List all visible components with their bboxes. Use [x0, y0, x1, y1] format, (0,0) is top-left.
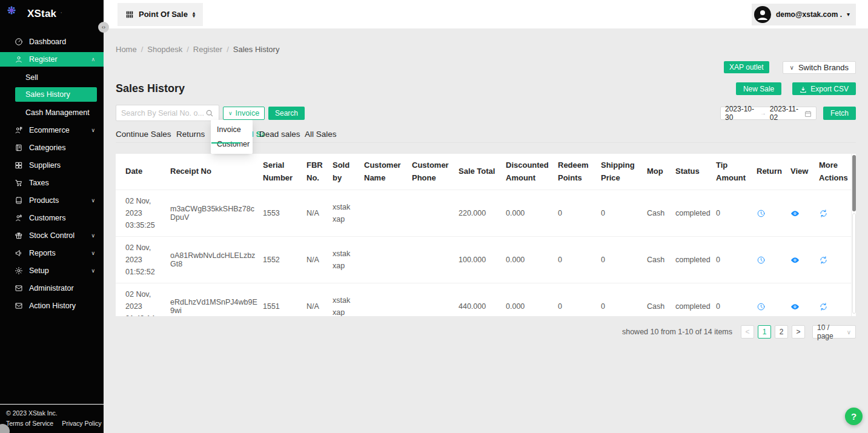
sidebar-item-label: Taxes	[29, 179, 49, 187]
new-sale-button[interactable]: New Sale	[736, 82, 781, 95]
cell-status: completed	[675, 297, 716, 316]
sidebar-item-suppliers[interactable]: Suppliers	[0, 156, 104, 174]
sidebar-item-ecommerce[interactable]: Ecommerce∨	[0, 121, 104, 139]
more-actions-icon[interactable]	[819, 209, 828, 218]
help-button[interactable]: ?	[845, 408, 863, 425]
cell-date: 02 Nov, 2023 03:35:25	[116, 190, 170, 236]
fetch-button[interactable]: Fetch	[823, 107, 856, 120]
page-title: Sales History	[116, 82, 185, 95]
sidebar-item-stock-control[interactable]: Stock Control∨	[0, 226, 104, 244]
sidebar-item-setup[interactable]: Setup∨	[0, 262, 104, 279]
date-range-picker[interactable]: 2023-10-30 → 2023-11-02	[720, 107, 817, 120]
sidebar-item-products[interactable]: Products∨	[0, 191, 104, 209]
chevron-icon: ∨	[228, 110, 233, 116]
sidebar-item-label: Stock Control	[29, 231, 75, 240]
breadcrumb-item[interactable]: Shopdesk	[147, 45, 182, 54]
table-row: 02 Nov, 2023 01:52:52oA81RwbNvLdcHLELzbz…	[116, 237, 856, 283]
breadcrumb-item[interactable]: Home	[116, 45, 137, 54]
sidebar-subitem-sales-history[interactable]: Sales History	[15, 87, 97, 102]
switch-brands-button[interactable]: ∨ Switch Brands	[783, 61, 856, 74]
copyright-text: © 2023 XStak Inc.	[6, 409, 104, 417]
column-header-tip-amount: Tip Amount	[716, 154, 757, 188]
outlet-badge: XAP outlet	[724, 61, 769, 73]
column-header-more-actions: More Actions	[819, 154, 856, 188]
export-csv-button[interactable]: Export CSV	[792, 82, 856, 95]
column-header-date: Date	[116, 160, 170, 182]
sidebar-item-action-history[interactable]: Action History	[0, 297, 104, 314]
user-email: demo@xstak.com .	[776, 10, 842, 19]
tab-dead-sales[interactable]: Dead sales	[259, 130, 300, 139]
pagination-next-button[interactable]: >	[792, 325, 805, 339]
user-menu[interactable]: demo@xstak.com . ▾	[752, 4, 856, 25]
pagination-page-2[interactable]: 2	[775, 325, 788, 339]
sidebar-item-customers[interactable]: Customers	[0, 209, 104, 226]
cell-fbr-no: N/A	[306, 204, 333, 222]
cell-customer-phone	[412, 255, 459, 265]
search-input[interactable]	[121, 109, 205, 117]
cell-shipping-price: 0	[601, 297, 647, 316]
cell-mop: Cash	[647, 204, 675, 222]
terms-link[interactable]: Terms of Service	[6, 420, 53, 427]
tab-continue-sales[interactable]: Continue Sales	[116, 130, 171, 139]
return-action-icon[interactable]	[757, 209, 766, 218]
search-button[interactable]: Search	[268, 107, 305, 120]
sidebar-subitem-sell[interactable]: Sell	[0, 68, 104, 86]
sidebar-collapse-button[interactable]: ‹›	[98, 22, 109, 33]
view-action-icon[interactable]	[790, 302, 800, 311]
more-actions-icon[interactable]	[819, 256, 828, 265]
sidebar-item-categories[interactable]: Categories	[0, 139, 104, 156]
cell-serial-number: 1551	[263, 297, 306, 316]
sidebar-item-taxes[interactable]: Taxes	[0, 174, 104, 191]
cell-discounted-amount: 0.000	[506, 297, 558, 316]
search-icon[interactable]	[205, 109, 214, 117]
table-scrollbar[interactable]	[851, 154, 856, 316]
cell-fbr-no: N/A	[306, 251, 333, 269]
column-header-sold-by: Sold by	[333, 154, 364, 188]
return-action-icon[interactable]	[757, 302, 766, 311]
scrollbar-thumb[interactable]	[852, 155, 856, 211]
filter-type-dropdown-menu: InvoiceCustomer	[211, 120, 253, 154]
sales-table: DateReceipt NoSerial NumberFBR No.Sold b…	[116, 154, 856, 316]
cell-redeem-points: 0	[558, 204, 601, 222]
brand-name: XStak	[27, 8, 56, 20]
breadcrumb-separator: /	[141, 45, 144, 54]
tab-all-sales[interactable]: All Sales	[305, 130, 337, 139]
cell-shipping-price: 0	[601, 204, 647, 222]
sidebar-subitem-cash-management[interactable]: Cash Management	[0, 104, 104, 121]
view-action-icon[interactable]	[790, 256, 800, 265]
breadcrumb-item[interactable]: Register	[193, 45, 222, 54]
sidebar-item-reports[interactable]: Reports∨	[0, 244, 104, 262]
view-action-icon[interactable]	[790, 209, 800, 218]
filter-type-dropdown-button[interactable]: ∨ Invoice	[223, 107, 265, 120]
column-header-discounted-amount: Discounted Amount	[506, 154, 558, 188]
page-size-select[interactable]: 10 / page ∨	[812, 325, 856, 339]
list-icon	[15, 144, 23, 152]
sidebar-item-label: Reports	[29, 249, 56, 257]
app-selector[interactable]: Point Of Sale ▴▾	[118, 3, 203, 26]
privacy-link[interactable]: Privacy Policy	[62, 420, 101, 427]
date-to[interactable]: 2023-11-02	[770, 105, 801, 122]
tab-returns[interactable]: Returns	[176, 130, 205, 139]
column-header-shipping-price: Shipping Price	[601, 154, 647, 188]
filter-option-customer[interactable]: Customer	[211, 137, 253, 151]
megaphone-icon	[15, 249, 23, 257]
cell-redeem-points: 0	[558, 251, 601, 269]
filter-option-invoice[interactable]: Invoice	[211, 122, 253, 137]
cell-discounted-amount: 0.000	[506, 204, 558, 222]
main-area: ‹› Point Of Sale ▴▾ demo@xstak.com . ▾ H…	[104, 0, 868, 433]
chevron-down-icon: ∨	[91, 197, 95, 203]
return-action-icon[interactable]	[757, 256, 766, 265]
more-actions-icon[interactable]	[819, 302, 828, 311]
chevron-down-icon: ∨	[847, 329, 851, 335]
cell-status: completed	[675, 251, 716, 269]
pagination-prev-button[interactable]: <	[741, 325, 754, 339]
sidebar-item-administrator[interactable]: Administrator	[0, 279, 104, 297]
date-from[interactable]: 2023-10-30	[725, 105, 757, 122]
breadcrumb-item[interactable]: Sales History	[233, 45, 280, 54]
sidebar-item-register[interactable]: Register∧	[0, 52, 104, 67]
sidebar-item-dashboard[interactable]: Dashboard	[0, 33, 104, 50]
sidebar-item-label: Dashboard	[29, 38, 66, 46]
pagination-page-1[interactable]: 1	[758, 325, 771, 339]
sidebar-item-label: Ecommerce	[29, 126, 70, 134]
search-box	[116, 105, 219, 121]
